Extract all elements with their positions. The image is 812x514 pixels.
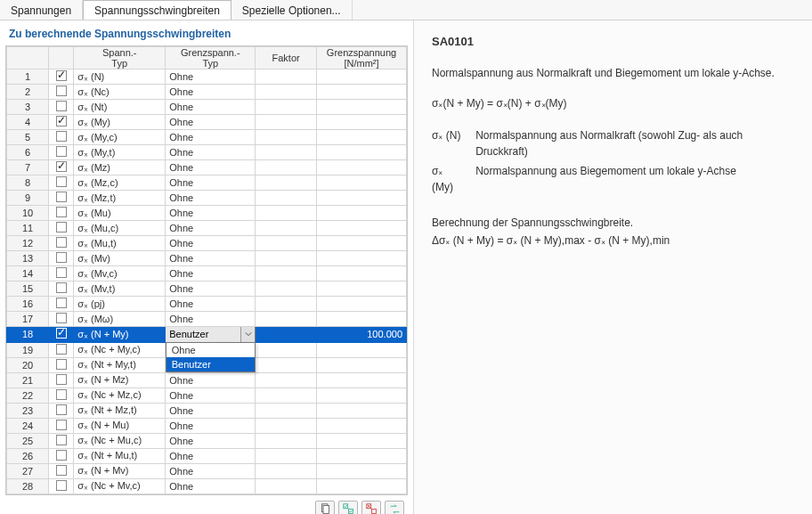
table-row[interactable]: 7σₓ (Mz)Ohne <box>7 160 407 175</box>
cell-grenzspannung[interactable] <box>316 221 406 236</box>
chevron-down-icon[interactable] <box>240 327 255 342</box>
table-row[interactable]: 6σₓ (My,t)Ohne <box>7 145 407 160</box>
cell-faktor[interactable] <box>256 463 317 478</box>
row-checkbox[interactable] <box>49 236 74 251</box>
table-row[interactable]: 8σₓ (Mz,c)Ohne <box>7 175 407 191</box>
cell-grenzspannung[interactable] <box>316 69 406 85</box>
row-checkbox[interactable] <box>49 403 74 418</box>
cell-spann-typ[interactable]: σₓ (Mv) <box>74 251 166 266</box>
cell-grenzspannung[interactable] <box>316 418 406 433</box>
cell-faktor[interactable] <box>256 388 317 403</box>
table-row[interactable]: 25σₓ (Nc + Mu,c)Ohne <box>7 433 407 448</box>
cell-grenzspannung[interactable] <box>316 297 406 312</box>
row-checkbox[interactable] <box>49 297 74 312</box>
row-checkbox[interactable] <box>49 191 74 206</box>
table-row[interactable]: 24σₓ (N + Mu)Ohne <box>7 418 407 433</box>
row-checkbox[interactable] <box>49 266 74 281</box>
cell-grenzspannung[interactable] <box>316 312 406 327</box>
cell-faktor[interactable] <box>256 221 317 236</box>
row-checkbox[interactable] <box>49 130 74 145</box>
cell-spann-typ[interactable]: σₓ (N + Mu) <box>74 418 166 433</box>
cell-grenz-typ[interactable]: Ohne <box>166 312 256 327</box>
cell-grenzspannung[interactable] <box>316 130 406 145</box>
row-checkbox[interactable] <box>49 372 74 388</box>
cell-spann-typ[interactable]: σₓ (Mz) <box>74 160 166 175</box>
row-checkbox[interactable] <box>49 478 74 494</box>
cell-grenz-typ[interactable]: Ohne <box>166 69 256 85</box>
check-all-icon[interactable] <box>338 501 358 515</box>
cell-spann-typ[interactable]: σₓ (My) <box>74 115 166 130</box>
cell-faktor[interactable] <box>256 130 317 145</box>
tab-spezielle-optionen[interactable]: Spezielle Optionen... <box>231 0 353 20</box>
cell-spann-typ[interactable]: σₓ (Nc + My,c) <box>74 342 166 357</box>
row-checkbox[interactable] <box>49 342 74 357</box>
cell-grenz-typ[interactable]: Ohne <box>166 251 256 266</box>
row-checkbox[interactable] <box>49 100 74 115</box>
dropdown-option[interactable]: Ohne <box>166 343 255 357</box>
row-checkbox[interactable] <box>49 251 74 266</box>
cell-grenzspannung[interactable] <box>316 115 406 130</box>
cell-faktor[interactable] <box>256 160 317 175</box>
cell-faktor[interactable] <box>256 266 317 281</box>
cell-spann-typ[interactable]: σₓ (Mv,t) <box>74 281 166 297</box>
tab-spannungen[interactable]: Spannungen <box>0 0 83 20</box>
row-checkbox[interactable] <box>49 388 74 403</box>
table-row[interactable]: 11σₓ (Mu,c)Ohne <box>7 221 407 236</box>
cell-grenzspannung[interactable] <box>316 342 406 357</box>
cell-grenzspannung[interactable] <box>316 191 406 206</box>
row-checkbox[interactable] <box>49 463 74 478</box>
cell-faktor[interactable] <box>256 69 317 85</box>
cell-grenz-typ[interactable]: Ohne <box>166 281 256 297</box>
row-checkbox[interactable] <box>49 69 74 85</box>
row-checkbox[interactable] <box>49 448 74 463</box>
row-checkbox[interactable] <box>49 115 74 130</box>
cell-grenzspannung[interactable] <box>316 403 406 418</box>
cell-faktor[interactable] <box>256 85 317 100</box>
row-checkbox[interactable] <box>49 206 74 221</box>
cell-spann-typ[interactable]: σₓ (Mz,t) <box>74 191 166 206</box>
table-row[interactable]: 18σₓ (N + My)Benutzer100.000 <box>7 327 407 343</box>
cell-faktor[interactable] <box>256 281 317 297</box>
cell-faktor[interactable] <box>256 478 317 494</box>
cell-faktor[interactable] <box>256 372 317 388</box>
row-checkbox[interactable] <box>49 145 74 160</box>
cell-grenz-typ[interactable]: Ohne <box>166 115 256 130</box>
row-checkbox[interactable] <box>49 281 74 297</box>
cell-spann-typ[interactable]: σₓ (N + My) <box>74 327 166 343</box>
row-checkbox[interactable] <box>49 357 74 372</box>
cell-faktor[interactable] <box>256 236 317 251</box>
cell-spann-typ[interactable]: σₓ (Nc + Mu,c) <box>74 433 166 448</box>
cell-spann-typ[interactable]: σₓ (N + Mz) <box>74 372 166 388</box>
copy-icon[interactable] <box>315 501 335 515</box>
cell-grenzspannung[interactable] <box>316 251 406 266</box>
cell-grenzspannung[interactable] <box>316 206 406 221</box>
row-checkbox[interactable] <box>49 85 74 100</box>
row-checkbox[interactable] <box>49 221 74 236</box>
cell-faktor[interactable] <box>256 327 317 343</box>
cell-faktor[interactable] <box>256 312 317 327</box>
cell-spann-typ[interactable]: σₓ (Nc + Mv,c) <box>74 478 166 494</box>
cell-spann-typ[interactable]: σₓ (Nt) <box>74 100 166 115</box>
cell-grenzspannung[interactable] <box>316 388 406 403</box>
cell-spann-typ[interactable]: σₓ (Nt + Mu,t) <box>74 448 166 463</box>
cell-grenz-typ[interactable]: Benutzer <box>166 327 256 343</box>
row-checkbox[interactable] <box>49 160 74 175</box>
cell-faktor[interactable] <box>256 403 317 418</box>
cell-spann-typ[interactable]: σₓ (Mu) <box>74 206 166 221</box>
cell-faktor[interactable] <box>256 342 317 357</box>
cell-faktor[interactable] <box>256 418 317 433</box>
table-row[interactable]: 22σₓ (Nc + Mz,c)Ohne <box>7 388 407 403</box>
cell-spann-typ[interactable]: σₓ (pj) <box>74 297 166 312</box>
cell-grenz-typ[interactable]: Ohne <box>166 403 256 418</box>
cell-faktor[interactable] <box>256 115 317 130</box>
cell-grenzspannung[interactable] <box>316 448 406 463</box>
cell-grenz-typ[interactable]: Ohne <box>166 236 256 251</box>
cell-faktor[interactable] <box>256 448 317 463</box>
cell-grenzspannung[interactable] <box>316 160 406 175</box>
table-row[interactable]: 5σₓ (My,c)Ohne <box>7 130 407 145</box>
cell-faktor[interactable] <box>256 175 317 191</box>
toggle-icon[interactable] <box>385 501 404 515</box>
cell-grenzspannung[interactable] <box>316 85 406 100</box>
cell-grenzspannung[interactable]: 100.000 <box>316 327 406 343</box>
cell-grenzspannung[interactable] <box>316 463 406 478</box>
